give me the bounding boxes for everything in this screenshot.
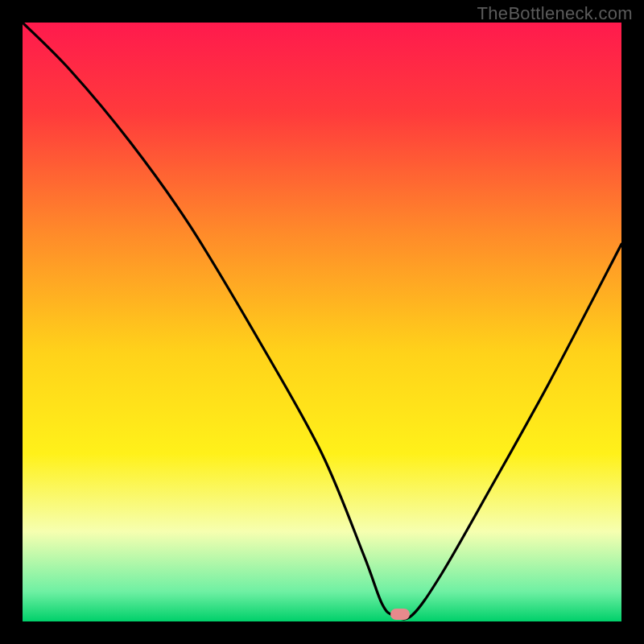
chart-frame: TheBottleneck.com (0, 0, 644, 644)
bottleneck-chart (23, 23, 621, 621)
optimal-point-marker (390, 609, 410, 620)
watermark-text: TheBottleneck.com (477, 3, 633, 24)
gradient-bg (23, 23, 621, 621)
